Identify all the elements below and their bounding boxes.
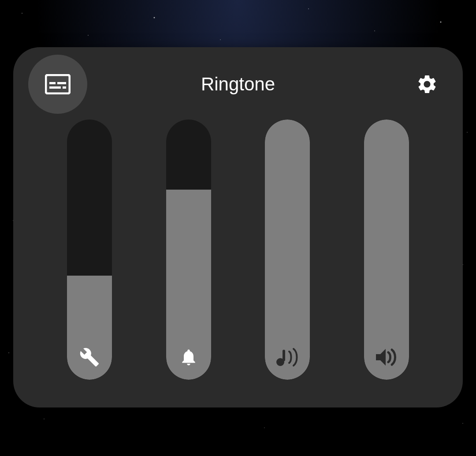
slider-fill xyxy=(364,120,409,380)
wrench-icon xyxy=(67,346,112,368)
slider-ringtone[interactable] xyxy=(166,120,211,380)
bell-icon xyxy=(166,346,211,368)
gear-icon xyxy=(416,73,438,95)
panel-title: Ringtone xyxy=(13,74,463,95)
panel-header: Ringtone xyxy=(13,47,463,122)
wallpaper-trees xyxy=(0,403,476,456)
volume-panel: Ringtone xyxy=(13,47,463,407)
svg-rect-6 xyxy=(283,350,285,361)
slider-fill xyxy=(265,120,310,380)
slider-group xyxy=(13,120,463,381)
slider-media[interactable] xyxy=(364,120,409,380)
slider-accessibility[interactable] xyxy=(67,120,112,380)
slider-notification[interactable] xyxy=(265,120,310,380)
speaker-icon xyxy=(364,346,409,368)
note-sound-icon xyxy=(265,346,310,368)
settings-button[interactable] xyxy=(416,73,439,96)
